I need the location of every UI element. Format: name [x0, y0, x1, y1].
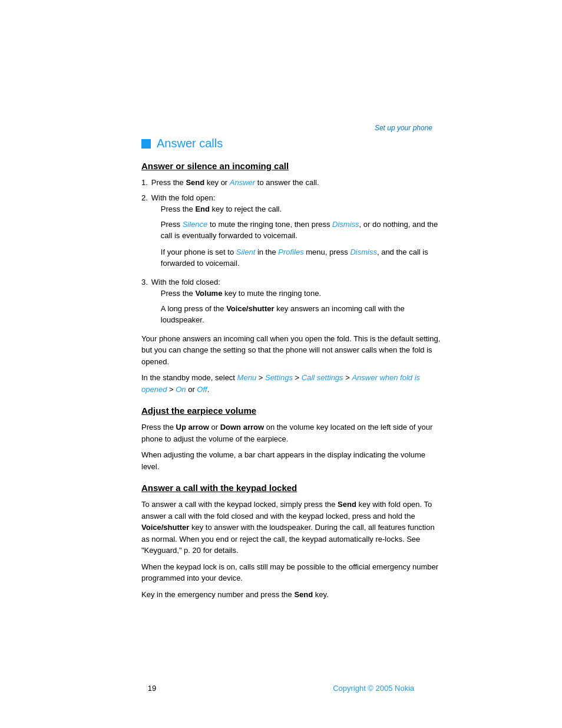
page-footer: 19 Copyright © 2005 Nokia — [0, 684, 562, 693]
list-item-2: 2. With the fold open: Press the End key… — [141, 192, 444, 273]
header-section-label: Set up your phone — [375, 124, 432, 132]
page-number: 19 — [148, 684, 156, 693]
keypad-para-3: Key in the emergency number and press th… — [141, 589, 444, 601]
subsection-title-adjust-earpiece: Adjust the earpiece volume — [141, 406, 444, 416]
indent-3a: Press the Volume key to mute the ringing… — [161, 288, 444, 299]
keypad-para-1: To answer a call with the keypad locked,… — [141, 499, 444, 556]
subsection-adjust-earpiece: Adjust the earpiece volume Press the Up … — [141, 406, 444, 472]
page-header: Set up your phone — [0, 0, 562, 137]
main-content: Answer calls Answer or silence an incomi… — [141, 137, 444, 640]
indent-2c: If your phone is set to Silent in the Pr… — [161, 246, 444, 269]
after-items-2: In the standby mode, select Menu > Setti… — [141, 372, 444, 395]
indent-3b: A long press of the Voice/shutter key an… — [161, 303, 444, 326]
subsection-keypad-locked: Answer a call with the keypad locked To … — [141, 483, 444, 600]
indent-2a: Press the End key to reject the call. — [161, 203, 444, 215]
subsection-title-answer-silence: Answer or silence an incoming call — [141, 161, 444, 171]
list-content-1: Press the Send key or Answer to answer t… — [151, 177, 444, 189]
after-items-1: Your phone answers an incoming call when… — [141, 333, 444, 368]
subsection-title-keypad-locked: Answer a call with the keypad locked — [141, 483, 444, 493]
list-content-3: With the fold closed: Press the Volume k… — [151, 276, 444, 330]
adjust-para-2: When adjusting the volume, a bar chart a… — [141, 449, 444, 472]
section-title-block: Answer calls — [141, 137, 444, 150]
adjust-para-1: Press the Up arrow or Down arrow on the … — [141, 421, 444, 444]
subsection-answer-silence: Answer or silence an incoming call 1. Pr… — [141, 161, 444, 395]
section-title-icon — [141, 139, 151, 149]
indent-2b: Press Silence to mute the ringing tone, … — [161, 219, 444, 242]
list-item-1: 1. Press the Send key or Answer to answe… — [141, 177, 444, 189]
list-content-2: With the fold open: Press the End key to… — [151, 192, 444, 273]
section-title-text: Answer calls — [157, 137, 223, 150]
keypad-para-2: When the keypad lock is on, calls still … — [141, 561, 444, 584]
footer-copyright: Copyright © 2005 Nokia — [333, 684, 414, 693]
list-item-3: 3. With the fold closed: Press the Volum… — [141, 276, 444, 330]
page: Set up your phone Answer calls Answer or… — [0, 0, 562, 728]
